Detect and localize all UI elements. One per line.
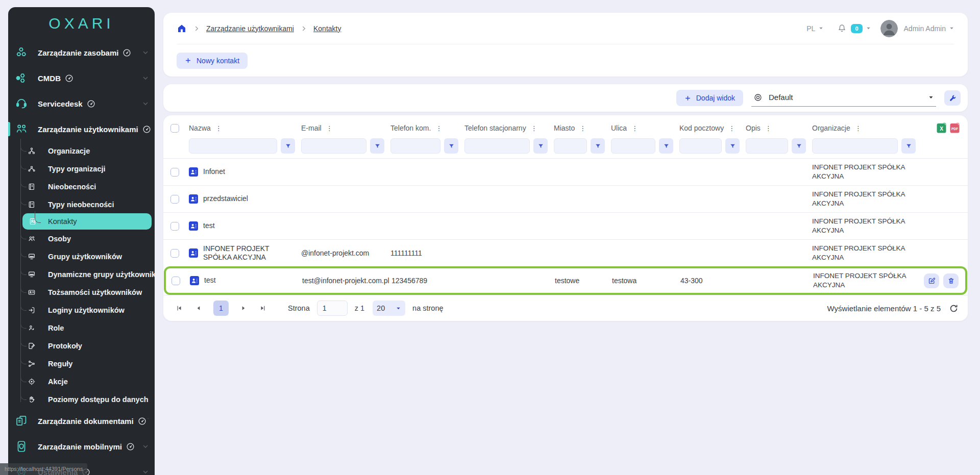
sidebar-item-servicedesk[interactable]: Servicedesk	[8, 91, 155, 116]
sidebar-item-loginy[interactable]: Loginy użytkowników	[8, 301, 155, 319]
breadcrumb-link-kontakty[interactable]: Kontakty	[313, 24, 341, 33]
column-header-miasto[interactable]: Miasto	[554, 124, 575, 132]
column-menu-icon[interactable]	[215, 124, 222, 132]
delete-row-button[interactable]	[943, 273, 959, 288]
column-header-ulica[interactable]: Ulica	[611, 124, 627, 132]
previous-page-button[interactable]	[191, 305, 206, 312]
table-row-highlighted[interactable]: test test@infonet-projekt.com.pl 1234567…	[164, 266, 967, 295]
sidebar-item-osoby[interactable]: Osoby	[8, 230, 155, 247]
sidebar-item-nieobecnosci[interactable]: Nieobecności	[8, 178, 155, 195]
home-icon[interactable]	[177, 23, 187, 34]
row-checkbox[interactable]	[170, 168, 179, 177]
avatar[interactable]	[880, 20, 898, 37]
chevron-down-icon[interactable]	[141, 48, 150, 57]
excel-export-icon[interactable]: X	[937, 122, 946, 133]
view-settings-button[interactable]	[944, 90, 961, 106]
page-number-input[interactable]	[317, 301, 348, 316]
column-header-opis[interactable]: Opis	[746, 124, 761, 132]
column-header-telefon-kom[interactable]: Telefon kom.	[390, 124, 431, 132]
sidebar-item-zarzadzanie-dokumentami[interactable]: Zarządzanie dokumentami	[8, 408, 155, 434]
chevron-down-icon[interactable]	[141, 99, 150, 108]
column-header-kod-pocztowy[interactable]: Kod pocztowy	[679, 124, 724, 132]
column-menu-icon[interactable]	[728, 124, 735, 132]
table-row[interactable]: przedstawiciel INFONET PROJEKT SPÓŁKA AK…	[163, 185, 968, 212]
chevron-down-icon[interactable]	[866, 26, 871, 31]
filter-button[interactable]	[370, 138, 384, 154]
table-row[interactable]: test INFONET PROJEKT SPÓŁKA AKCYJNA	[163, 212, 968, 239]
next-page-button[interactable]	[236, 305, 251, 312]
column-menu-icon[interactable]	[855, 124, 862, 132]
language-selector[interactable]: PL	[806, 24, 815, 33]
view-select[interactable]: Default	[751, 90, 936, 107]
column-menu-icon[interactable]	[326, 124, 333, 132]
bell-icon[interactable]	[837, 23, 847, 33]
breadcrumb-link-users[interactable]: Zarządzanie użytkownikami	[206, 24, 294, 33]
last-page-button[interactable]	[255, 305, 271, 312]
notification-badge[interactable]: 0	[851, 24, 862, 33]
column-header-nazwa[interactable]: Nazwa	[189, 124, 211, 132]
chevron-down-icon[interactable]	[141, 468, 150, 475]
sidebar-item-reguly[interactable]: Reguły	[8, 355, 155, 372]
sidebar-item-zarzadzanie-mobilnymi[interactable]: Zarządzanie mobilnymi	[8, 434, 155, 459]
pdf-export-icon[interactable]: PDF	[950, 122, 960, 133]
sidebar-item-tozsamosci[interactable]: Tożsamości użytkowników	[8, 283, 155, 301]
sidebar-item-protokoly[interactable]: Protokoły	[8, 337, 155, 355]
sidebar-item-poziomy-dostepu[interactable]: Poziomy dostępu do danych	[8, 390, 155, 408]
table-row[interactable]: INFONET PROJEKT SPÓŁKA AKCYJNA @infonet-…	[163, 239, 968, 266]
row-checkbox[interactable]	[170, 249, 179, 258]
sidebar-item-zarzadzanie-zasobami[interactable]: Zarządzanie zasobami	[8, 40, 155, 65]
sidebar-item-typy-nieobecnosci[interactable]: Typy nieobecności	[8, 195, 155, 213]
filter-button[interactable]	[901, 138, 916, 154]
column-header-email[interactable]: E-mail	[301, 124, 322, 132]
chevron-down-icon[interactable]	[141, 442, 150, 451]
column-menu-icon[interactable]	[435, 124, 442, 132]
first-page-button[interactable]	[172, 305, 187, 312]
row-checkbox[interactable]	[172, 277, 180, 285]
column-menu-icon[interactable]	[765, 124, 772, 132]
filter-button[interactable]	[281, 138, 295, 154]
edit-row-button[interactable]	[924, 273, 939, 288]
sidebar-item-akcje[interactable]: Akcje	[8, 372, 155, 390]
row-checkbox[interactable]	[170, 195, 179, 204]
filter-button[interactable]	[792, 138, 806, 154]
sidebar-item-kontakty[interactable]: Kontakty	[22, 213, 152, 230]
sidebar-item-role[interactable]: Role	[8, 319, 155, 337]
chevron-down-icon[interactable]	[141, 74, 150, 82]
sidebar-item-dynamiczne-grupy[interactable]: Dynamiczne grupy użytkowników	[8, 265, 155, 283]
filter-input-kod-pocztowy[interactable]	[679, 138, 722, 154]
chevron-down-icon[interactable]	[949, 26, 954, 31]
current-page-button[interactable]: 1	[213, 301, 229, 316]
filter-button[interactable]	[533, 138, 548, 154]
filter-input-miasto[interactable]	[554, 138, 587, 154]
filter-button[interactable]	[591, 138, 605, 154]
table-row[interactable]: Infonet INFONET PROJEKT SPÓŁKA AKCYJNA	[163, 158, 968, 185]
filter-button[interactable]	[659, 138, 673, 154]
filter-button[interactable]	[444, 138, 458, 154]
row-checkbox[interactable]	[170, 222, 179, 231]
page-size-select[interactable]: 20	[373, 301, 405, 316]
filter-input-email[interactable]	[301, 138, 366, 154]
select-all-checkbox[interactable]	[170, 124, 179, 133]
column-menu-icon[interactable]	[631, 124, 638, 132]
filter-input-nazwa[interactable]	[189, 138, 277, 154]
column-menu-icon[interactable]	[579, 124, 586, 132]
filter-input-organizacje[interactable]	[812, 138, 898, 154]
filter-input-telefon-stacjonarny[interactable]	[464, 138, 530, 154]
chevron-down-icon[interactable]	[146, 417, 150, 425]
sidebar-item-zarzadzanie-uzytkownikami[interactable]: Zarządzanie użytkownikami	[8, 116, 155, 142]
sidebar-item-typy-organizacji[interactable]: Typy organizacji	[8, 160, 155, 178]
new-contact-button[interactable]: Nowy kontakt	[177, 53, 248, 69]
column-header-telefon-stacjonarny[interactable]: Telefon stacjonarny	[464, 124, 526, 132]
sidebar-item-grupy-uzytkownikow[interactable]: Grupy użytkowników	[8, 247, 155, 265]
filter-button[interactable]	[725, 138, 740, 154]
column-header-organizacje[interactable]: Organizacje	[812, 124, 850, 132]
add-view-button[interactable]: Dodaj widok	[676, 90, 743, 106]
column-menu-icon[interactable]	[531, 124, 537, 132]
sidebar-item-cmdb[interactable]: CMDB	[8, 65, 155, 91]
filter-input-telefon-kom[interactable]	[390, 138, 440, 154]
chevron-down-icon[interactable]	[818, 26, 824, 31]
filter-input-ulica[interactable]	[611, 138, 655, 154]
sidebar-item-organizacje[interactable]: Organizacje	[8, 142, 155, 160]
filter-input-opis[interactable]	[746, 138, 788, 154]
refresh-icon[interactable]	[949, 304, 959, 313]
